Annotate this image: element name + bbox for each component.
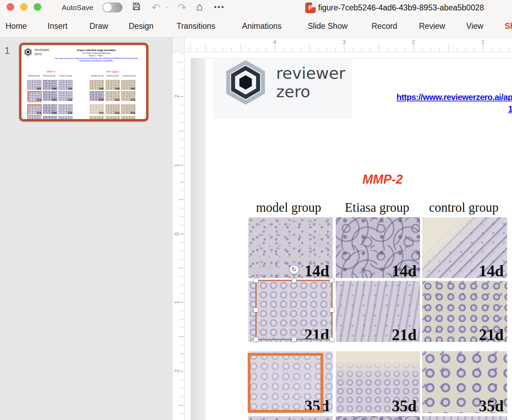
logo-block[interactable]: reviewerzero	[213, 59, 352, 119]
v-ruler-number: 2	[174, 93, 180, 100]
thumb-tile: 14d	[105, 80, 120, 90]
v-ruler-number: 1	[174, 162, 180, 169]
thumb-tile: 21d	[58, 91, 73, 101]
tab-record[interactable]: Record	[372, 22, 397, 31]
undo-chevron-icon[interactable]: ⌄	[165, 3, 170, 9]
thumb-tile: 14d	[121, 80, 136, 90]
editing-canvas: reviewerzero https://www.reviewerzero.ai…	[185, 52, 512, 420]
slide-number: 1	[5, 45, 10, 56]
thumb-annotation-box-35d	[27, 104, 42, 116]
annotation-box-35d[interactable]	[248, 353, 323, 413]
thumb-tile: 35d	[105, 104, 120, 114]
window-titlebar: AutoSave ↶ ⌄ ↷ ⌂ ••• P figure-7ceb5246-4…	[0, 0, 512, 15]
histology-tile-control-35d[interactable]: 35d	[422, 351, 507, 413]
slide-1-thumbnail[interactable]: reviewerzero Project: Individual image a…	[19, 43, 148, 121]
histology-tile-control-21d[interactable]: 21d	[422, 281, 507, 342]
thumb-tile	[58, 116, 73, 119]
minimize-window-icon[interactable]	[20, 3, 28, 11]
thumb-project-title: Project: Individual image annotation	[68, 49, 125, 51]
ribbon-tab-bar: Home Insert Draw Design Transitions Anim…	[0, 15, 512, 37]
logo-wordmark: reviewerzero	[276, 64, 345, 101]
resize-handle-n[interactable]	[292, 278, 297, 283]
thumb-tile	[89, 116, 104, 119]
thumb-tile: 21d	[105, 91, 120, 101]
thumb-tile: 35d	[58, 104, 73, 114]
thumb-tile: 35d	[89, 104, 104, 114]
thumb-link-line2: 4b3b545b45d-b4ab4b45d5b-ab-aa5b4959b-	[68, 60, 125, 62]
tab-animations[interactable]: Animations	[242, 22, 282, 31]
outside-slide-area	[191, 58, 206, 420]
redo-icon[interactable]: ↷	[178, 1, 186, 14]
selected-annotation-box-21d[interactable]: ↻	[256, 280, 332, 340]
resize-handle-nw[interactable]	[254, 278, 258, 283]
thumbnail-slide-canvas: reviewerzero Project: Individual image a…	[22, 45, 146, 119]
resize-handle-ne[interactable]	[330, 278, 334, 283]
resize-handle-s[interactable]	[292, 337, 297, 342]
tab-shape-format[interactable]: Sh	[505, 22, 512, 31]
section-title-mmp2[interactable]: MMP-2	[348, 172, 417, 187]
tab-insert[interactable]: Insert	[48, 22, 68, 31]
reviewer-zero-logo-icon	[225, 60, 266, 104]
zoom-window-icon[interactable]	[34, 3, 41, 11]
thumb-section-title-mmp2: MMP-2	[34, 70, 69, 73]
histology-tile-etiasa-21d[interactable]: 21d	[336, 281, 420, 342]
thumb-link-line1: https://www.reviewerzero.ai/app/processe…	[52, 57, 140, 59]
thumb-tile	[27, 116, 42, 119]
hyperlink-line1[interactable]: https://www.reviewerzero.ai/ap	[396, 92, 512, 102]
horizontal-ruler: 4 3 2 1	[185, 37, 512, 52]
thumb-col-header: control group	[53, 74, 78, 77]
autosave-toggle-knob	[103, 3, 112, 12]
v-ruler-number: 1	[174, 299, 180, 306]
histology-tile-clipped[interactable]	[422, 416, 507, 420]
close-window-icon[interactable]	[7, 3, 14, 11]
tab-review[interactable]: Review	[419, 22, 445, 31]
col-header-control: control group	[424, 200, 504, 215]
thumb-header-block: Project: Individual image annotation Fil…	[68, 49, 125, 62]
hyperlink-line2[interactable]: 1	[508, 104, 512, 114]
col-header-model: model group	[249, 200, 328, 215]
histology-tile-clipped[interactable]	[336, 416, 420, 420]
tab-draw[interactable]: Draw	[89, 22, 108, 31]
col-header-etiasa: Etiasa group	[337, 200, 417, 215]
thumb-figure-line: Figure 1 - Page 1	[68, 54, 125, 57]
tab-home[interactable]: Home	[6, 22, 27, 31]
histology-tile-clipped[interactable]	[248, 416, 333, 420]
thumb-tile	[43, 116, 57, 119]
thumb-tile: 35d	[121, 104, 136, 114]
thumb-tile: 14d	[89, 80, 104, 90]
resize-handle-sw[interactable]	[254, 337, 258, 342]
resize-handle-se[interactable]	[330, 337, 334, 342]
v-ruler-number: 2	[174, 367, 180, 374]
thumb-tile: 21d	[89, 91, 104, 101]
rotate-handle-icon[interactable]: ↻	[289, 265, 299, 274]
tab-design[interactable]: Design	[129, 22, 154, 31]
thumb-file-line: File: 6XW-pYpWOAAG9WS.jpeg	[68, 52, 125, 54]
thumb-logo-wordmark: reviewerzero	[34, 48, 49, 56]
reviewer-zero-logo-icon	[24, 48, 32, 57]
histology-tile-etiasa-14d[interactable]: 14d	[336, 217, 420, 278]
thumb-tile	[105, 116, 120, 119]
autosave-toggle[interactable]	[102, 2, 122, 12]
thumb-tile: 14d	[58, 80, 73, 90]
h-ruler-number: 2	[410, 39, 417, 45]
slide-canvas[interactable]: reviewerzero https://www.reviewerzero.ai…	[206, 58, 512, 420]
resize-handle-w[interactable]	[254, 308, 258, 312]
home-icon[interactable]: ⌂	[196, 0, 203, 13]
ruler-corner	[172, 37, 185, 52]
document-title: figure-7ceb5246-4ad6-43b9-8953-abea5b002…	[318, 3, 512, 12]
histology-tile-control-14d[interactable]: 14d	[422, 217, 507, 278]
thumb-tile: 14d	[43, 80, 57, 90]
resize-handle-e[interactable]	[330, 308, 334, 312]
more-toolbar-icon[interactable]: •••	[214, 3, 225, 11]
h-ruler-number: 1	[479, 39, 486, 45]
thumb-col-header: control group	[117, 74, 141, 77]
undo-icon[interactable]: ↶	[152, 1, 160, 14]
tab-view[interactable]: View	[466, 22, 483, 31]
histology-tile-etiasa-35d[interactable]: 35d	[336, 351, 420, 413]
powerpoint-doc-icon[interactable]: P	[305, 2, 316, 13]
tab-slide-show[interactable]: Slide Show	[308, 22, 348, 31]
thumb-tile: 14d	[27, 80, 42, 90]
tab-transitions[interactable]: Transitions	[177, 22, 215, 31]
save-icon[interactable]	[132, 1, 141, 15]
thumb-tile: 21d	[121, 91, 136, 101]
